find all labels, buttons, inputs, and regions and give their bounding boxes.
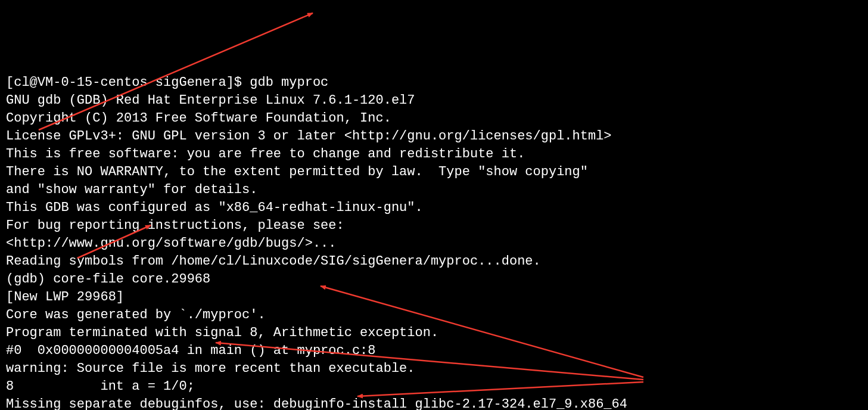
terminal-line: [cl@VM-0-15-centos sigGenera]$ gdb mypro… <box>6 74 862 92</box>
terminal-line: For bug reporting instructions, please s… <box>6 217 862 235</box>
terminal-line: Reading symbols from /home/cl/Linuxcode/… <box>6 253 862 271</box>
terminal-line: Core was generated by `./myproc'. <box>6 306 862 324</box>
terminal-output[interactable]: [cl@VM-0-15-centos sigGenera]$ gdb mypro… <box>6 74 862 410</box>
terminal-line: and "show warranty" for details. <box>6 181 862 199</box>
terminal-line: 8 int a = 1/0; <box>6 378 862 396</box>
terminal-line: #0 0x00000000004005a4 in main () at mypr… <box>6 342 862 360</box>
terminal-line: This GDB was configured as "x86_64-redha… <box>6 199 862 217</box>
terminal-line: <http://www.gnu.org/software/gdb/bugs/>.… <box>6 235 862 253</box>
terminal-line: License GPLv3+: GNU GPL version 3 or lat… <box>6 128 862 145</box>
terminal-line: (gdb) core-file core.29968 <box>6 271 862 288</box>
terminal-line: GNU gdb (GDB) Red Hat Enterprise Linux 7… <box>6 92 862 110</box>
terminal-line: This is free software: you are free to c… <box>6 145 862 163</box>
terminal-line: Program terminated with signal 8, Arithm… <box>6 324 862 342</box>
terminal-line: warning: Source file is more recent than… <box>6 360 862 378</box>
terminal-line: There is NO WARRANTY, to the extent perm… <box>6 163 862 181</box>
terminal-line: Missing separate debuginfos, use: debugi… <box>6 396 862 410</box>
terminal-line: Copyright (C) 2013 Free Software Foundat… <box>6 110 862 128</box>
terminal-line: [New LWP 29968] <box>6 288 862 306</box>
